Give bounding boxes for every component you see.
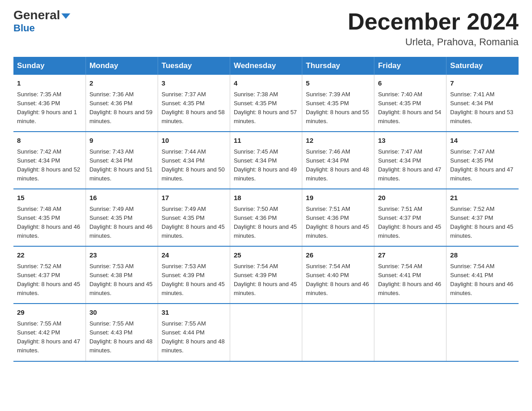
day-cell-9: 9 Sunrise: 7:43 AMSunset: 4:34 PMDayligh… (86, 132, 158, 189)
day-info: Sunrise: 7:36 AMSunset: 4:36 PMDaylight:… (90, 90, 154, 126)
logo-blue-text: Blue (13, 22, 35, 34)
header-friday: Friday (374, 57, 446, 75)
day-cell-6: 6 Sunrise: 7:40 AMSunset: 4:35 PMDayligh… (374, 75, 446, 132)
header-tuesday: Tuesday (158, 57, 230, 75)
day-info: Sunrise: 7:35 AMSunset: 4:36 PMDaylight:… (17, 90, 82, 126)
day-info: Sunrise: 7:55 AMSunset: 4:42 PMDaylight:… (17, 319, 82, 355)
day-number: 10 (162, 136, 226, 146)
empty-cell (446, 304, 519, 361)
day-info: Sunrise: 7:53 AMSunset: 4:39 PMDaylight:… (162, 262, 226, 298)
logo-general: General (13, 9, 70, 21)
day-number: 20 (378, 193, 442, 203)
day-cell-5: 5 Sunrise: 7:39 AMSunset: 4:35 PMDayligh… (302, 75, 374, 132)
day-number: 13 (378, 136, 442, 146)
day-info: Sunrise: 7:53 AMSunset: 4:38 PMDaylight:… (90, 262, 154, 298)
day-cell-15: 15 Sunrise: 7:48 AMSunset: 4:35 PMDaylig… (13, 189, 86, 246)
day-info: Sunrise: 7:48 AMSunset: 4:35 PMDaylight:… (17, 205, 82, 241)
day-info: Sunrise: 7:39 AMSunset: 4:35 PMDaylight:… (306, 90, 370, 126)
day-number: 25 (234, 250, 298, 261)
day-cell-10: 10 Sunrise: 7:44 AMSunset: 4:34 PMDaylig… (158, 132, 230, 189)
day-number: 7 (450, 78, 515, 89)
day-number: 23 (90, 250, 154, 261)
week-row-4: 22 Sunrise: 7:52 AMSunset: 4:37 PMDaylig… (13, 246, 519, 304)
day-cell-29: 29 Sunrise: 7:55 AMSunset: 4:42 PMDaylig… (13, 304, 86, 361)
day-info: Sunrise: 7:42 AMSunset: 4:34 PMDaylight:… (17, 147, 82, 184)
day-number: 29 (17, 308, 82, 318)
day-info: Sunrise: 7:40 AMSunset: 4:35 PMDaylight:… (378, 90, 442, 126)
empty-cell (374, 304, 446, 361)
calendar-header-row: SundayMondayTuesdayWednesdayThursdayFrid… (13, 57, 519, 75)
day-cell-12: 12 Sunrise: 7:46 AMSunset: 4:34 PMDaylig… (302, 132, 374, 189)
day-info: Sunrise: 7:47 AMSunset: 4:34 PMDaylight:… (378, 147, 442, 184)
day-number: 9 (90, 136, 154, 146)
week-row-5: 29 Sunrise: 7:55 AMSunset: 4:42 PMDaylig… (13, 304, 519, 361)
day-cell-18: 18 Sunrise: 7:50 AMSunset: 4:36 PMDaylig… (230, 189, 302, 246)
day-number: 1 (17, 78, 82, 89)
day-cell-14: 14 Sunrise: 7:47 AMSunset: 4:35 PMDaylig… (446, 132, 519, 189)
day-number: 14 (450, 136, 515, 146)
day-cell-11: 11 Sunrise: 7:45 AMSunset: 4:34 PMDaylig… (230, 132, 302, 189)
day-cell-25: 25 Sunrise: 7:54 AMSunset: 4:39 PMDaylig… (230, 246, 302, 304)
day-info: Sunrise: 7:52 AMSunset: 4:37 PMDaylight:… (17, 262, 82, 298)
day-cell-4: 4 Sunrise: 7:38 AMSunset: 4:35 PMDayligh… (230, 75, 302, 132)
day-cell-27: 27 Sunrise: 7:54 AMSunset: 4:41 PMDaylig… (374, 246, 446, 304)
day-info: Sunrise: 7:50 AMSunset: 4:36 PMDaylight:… (234, 205, 298, 241)
day-number: 31 (162, 308, 226, 318)
day-info: Sunrise: 7:38 AMSunset: 4:35 PMDaylight:… (234, 90, 298, 126)
day-info: Sunrise: 7:54 AMSunset: 4:41 PMDaylight:… (378, 262, 442, 298)
day-info: Sunrise: 7:43 AMSunset: 4:34 PMDaylight:… (90, 147, 154, 184)
day-cell-16: 16 Sunrise: 7:49 AMSunset: 4:35 PMDaylig… (86, 189, 158, 246)
day-cell-1: 1 Sunrise: 7:35 AMSunset: 4:36 PMDayligh… (13, 75, 86, 132)
day-cell-8: 8 Sunrise: 7:42 AMSunset: 4:34 PMDayligh… (13, 132, 86, 189)
day-info: Sunrise: 7:55 AMSunset: 4:43 PMDaylight:… (90, 319, 154, 355)
day-number: 4 (234, 78, 298, 89)
title-block: December 2024 Urleta, Prahova, Romania (348, 9, 519, 48)
day-cell-30: 30 Sunrise: 7:55 AMSunset: 4:43 PMDaylig… (86, 304, 158, 361)
day-info: Sunrise: 7:51 AMSunset: 4:37 PMDaylight:… (378, 205, 442, 241)
location: Urleta, Prahova, Romania (348, 36, 519, 48)
logo: General Blue (13, 9, 70, 34)
day-info: Sunrise: 7:41 AMSunset: 4:34 PMDaylight:… (450, 90, 515, 126)
empty-cell (230, 304, 302, 361)
header-wednesday: Wednesday (230, 57, 302, 75)
week-row-2: 8 Sunrise: 7:42 AMSunset: 4:34 PMDayligh… (13, 132, 519, 189)
header-thursday: Thursday (302, 57, 374, 75)
day-info: Sunrise: 7:49 AMSunset: 4:35 PMDaylight:… (90, 205, 154, 241)
day-number: 12 (306, 136, 370, 146)
day-number: 15 (17, 193, 82, 203)
day-cell-17: 17 Sunrise: 7:49 AMSunset: 4:35 PMDaylig… (158, 189, 230, 246)
week-row-1: 1 Sunrise: 7:35 AMSunset: 4:36 PMDayligh… (13, 75, 519, 132)
day-number: 18 (234, 193, 298, 203)
day-info: Sunrise: 7:54 AMSunset: 4:39 PMDaylight:… (234, 262, 298, 298)
day-number: 3 (162, 78, 226, 89)
header-monday: Monday (86, 57, 158, 75)
day-info: Sunrise: 7:49 AMSunset: 4:35 PMDaylight:… (162, 205, 226, 241)
day-number: 17 (162, 193, 226, 203)
day-number: 5 (306, 78, 370, 89)
day-cell-20: 20 Sunrise: 7:51 AMSunset: 4:37 PMDaylig… (374, 189, 446, 246)
header-saturday: Saturday (446, 57, 519, 75)
day-info: Sunrise: 7:54 AMSunset: 4:41 PMDaylight:… (450, 262, 515, 298)
day-cell-22: 22 Sunrise: 7:52 AMSunset: 4:37 PMDaylig… (13, 246, 86, 304)
empty-cell (302, 304, 374, 361)
month-title: December 2024 (348, 9, 519, 34)
day-cell-7: 7 Sunrise: 7:41 AMSunset: 4:34 PMDayligh… (446, 75, 519, 132)
day-number: 21 (450, 193, 515, 203)
day-info: Sunrise: 7:37 AMSunset: 4:35 PMDaylight:… (162, 90, 226, 126)
day-number: 19 (306, 193, 370, 203)
day-number: 30 (90, 308, 154, 318)
day-number: 27 (378, 250, 442, 261)
day-number: 24 (162, 250, 226, 261)
day-number: 6 (378, 78, 442, 89)
day-info: Sunrise: 7:54 AMSunset: 4:40 PMDaylight:… (306, 262, 370, 298)
day-number: 8 (17, 136, 82, 146)
day-cell-21: 21 Sunrise: 7:52 AMSunset: 4:37 PMDaylig… (446, 189, 519, 246)
day-info: Sunrise: 7:44 AMSunset: 4:34 PMDaylight:… (162, 147, 226, 184)
day-cell-13: 13 Sunrise: 7:47 AMSunset: 4:34 PMDaylig… (374, 132, 446, 189)
day-number: 11 (234, 136, 298, 146)
header-sunday: Sunday (13, 57, 86, 75)
day-info: Sunrise: 7:46 AMSunset: 4:34 PMDaylight:… (306, 147, 370, 184)
day-number: 28 (450, 250, 515, 261)
day-cell-19: 19 Sunrise: 7:51 AMSunset: 4:36 PMDaylig… (302, 189, 374, 246)
day-cell-23: 23 Sunrise: 7:53 AMSunset: 4:38 PMDaylig… (86, 246, 158, 304)
